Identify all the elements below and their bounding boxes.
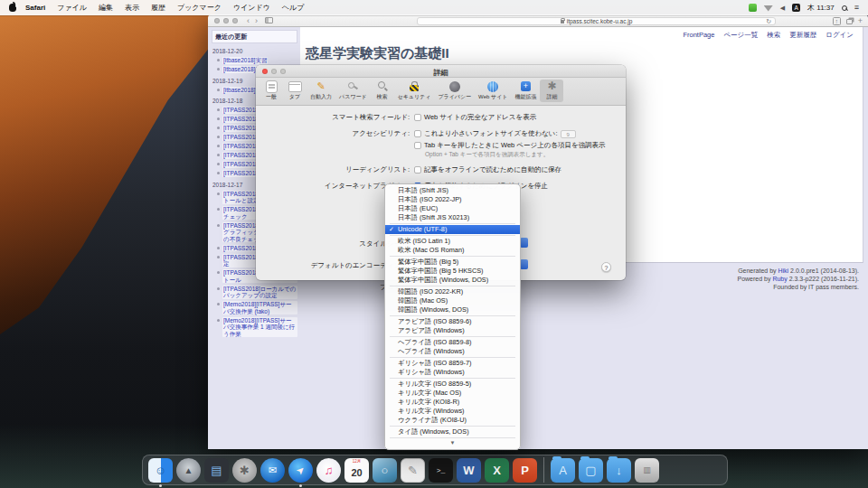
menu-clock[interactable]: 木 11:37: [807, 3, 835, 13]
encoding-menu-item[interactable]: 欧米 (Mac OS Roman): [385, 246, 520, 255]
close-button[interactable]: [214, 18, 220, 23]
status-app-icon[interactable]: [749, 4, 757, 12]
sidebar-entry[interactable]: [Memo2018][ITPASS]サーバ交換作業 (tako): [213, 301, 297, 314]
encoding-menu-item[interactable]: [390, 357, 515, 358]
dock-applications-folder-icon[interactable]: A: [551, 458, 575, 483]
tab-overview-icon[interactable]: [846, 19, 853, 24]
dock-safari-icon[interactable]: ➤: [288, 458, 313, 483]
zoom-button[interactable]: [232, 18, 238, 23]
dock-calendar-icon[interactable]: 12月20: [344, 458, 369, 483]
encoding-menu-item[interactable]: 韓国語 (Windows, DOS): [385, 305, 520, 314]
encoding-menu-item[interactable]: ヘブライ語 (Windows): [385, 347, 520, 356]
menu-item[interactable]: 編集: [99, 3, 113, 13]
new-tab-button[interactable]: +: [858, 16, 863, 25]
encoding-menu-item[interactable]: 繁体字中国語 (Big 5 HKSCS): [385, 267, 520, 276]
menu-item[interactable]: 履歴: [151, 3, 165, 13]
dock-terminal-icon[interactable]: >_: [429, 458, 453, 483]
address-bar[interactable]: itpass.scitec.kobe-u.ac.jp ↻: [417, 17, 776, 26]
encoding-menu-item[interactable]: アラビア語 (ISO 8859-6): [385, 317, 520, 326]
encoding-menu-item[interactable]: [390, 286, 515, 286]
dock-thunderbird-icon[interactable]: ✉: [260, 458, 285, 483]
dock-divider[interactable]: [543, 457, 544, 483]
sidebar-entry[interactable]: [Memo2018][ITPASS]サーバ交換事作業 1 週間後に行う作業: [213, 317, 297, 338]
encoding-menu-item[interactable]: ウクライナ語 (KOI8-U): [385, 416, 520, 425]
menu-item[interactable]: ファイル: [57, 3, 87, 13]
dock-documents-folder-icon[interactable]: ▢: [579, 458, 603, 483]
encoding-menu-item[interactable]: [390, 426, 515, 427]
wifi-icon[interactable]: [764, 5, 773, 12]
prefs-tab-security[interactable]: セキュリティ: [394, 80, 435, 102]
dock-mission-control-icon[interactable]: ▤: [204, 458, 229, 483]
dock-powerpoint-icon[interactable]: P: [513, 458, 537, 483]
encoding-menu-item[interactable]: 韓国語 (Mac OS): [385, 296, 520, 305]
encoding-menu-item[interactable]: 繁体字中国語 (Big 5): [385, 258, 520, 267]
dock-itunes-icon[interactable]: ♫: [316, 458, 341, 483]
help-button[interactable]: ?: [601, 262, 611, 272]
apple-menu-icon[interactable]: [9, 4, 16, 12]
page-nav-link[interactable]: ページ一覧: [723, 31, 758, 40]
sidebar-toggle-icon[interactable]: [265, 17, 273, 23]
tab-highlight-checkbox[interactable]: [414, 142, 421, 149]
encoding-menu-item[interactable]: キリル文字 (Mac OS): [385, 389, 520, 398]
dock-system-preferences-icon[interactable]: ✱: [232, 458, 257, 483]
encoding-menu-item[interactable]: [390, 378, 515, 379]
dock-textedit-icon[interactable]: ✎: [401, 458, 425, 483]
encoding-menu-item[interactable]: ヘブライ語 (ISO 8859-8): [385, 338, 520, 347]
dock-trash-icon[interactable]: ▥: [635, 458, 659, 483]
encoding-menu-item[interactable]: 日本語 (EUC): [385, 204, 520, 213]
font-size-select[interactable]: 9: [561, 130, 576, 138]
prefs-tab-privacy[interactable]: プライバシー: [434, 80, 475, 102]
notification-center-icon[interactable]: ≡: [854, 4, 859, 12]
prefs-tab-autofill[interactable]: 自動入力: [307, 80, 335, 102]
prefs-tab-general[interactable]: 一般: [259, 80, 283, 102]
reload-icon[interactable]: ↻: [766, 18, 771, 25]
encoding-menu-item[interactable]: 日本語 (ISO 2022-JP): [385, 195, 520, 204]
back-button[interactable]: ‹: [247, 16, 250, 25]
dock-downloads-folder-icon[interactable]: ↓: [607, 458, 631, 483]
dock-word-icon[interactable]: W: [457, 458, 481, 483]
encoding-menu-item[interactable]: [390, 315, 515, 316]
share-icon[interactable]: ↑: [833, 17, 841, 25]
encoding-menu-item[interactable]: ギリシャ語 (ISO 8859-7): [385, 359, 520, 368]
encoding-menu-item[interactable]: キリル文字 (KOI8-R): [385, 398, 520, 407]
page-nav-link[interactable]: 検索: [767, 31, 780, 40]
spotlight-icon[interactable]: [842, 5, 847, 11]
menu-item[interactable]: ブックマーク: [177, 3, 222, 13]
encoding-menu-item[interactable]: [390, 256, 515, 257]
menu-item[interactable]: 表示: [125, 3, 139, 13]
encoding-menu-item[interactable]: ギリシャ語 (Windows): [385, 368, 520, 377]
input-source-icon[interactable]: A: [792, 4, 800, 12]
dock-finder-icon[interactable]: ☺: [148, 458, 173, 483]
minimize-button[interactable]: [223, 18, 229, 23]
prefs-tab-search[interactable]: 検索: [371, 80, 394, 102]
encoding-menu-item[interactable]: 韓国語 (ISO 2022-KR): [385, 287, 520, 296]
prefs-tab-tabs[interactable]: タブ: [283, 80, 307, 102]
dock-excel-icon[interactable]: X: [485, 458, 509, 483]
encoding-popup-fragment[interactable]: [520, 259, 528, 269]
encoding-menu-item[interactable]: 欧米 (ISO Latin 1): [385, 237, 520, 246]
forward-button[interactable]: ›: [255, 16, 258, 25]
footer-link[interactable]: Hiki: [778, 267, 789, 274]
encoding-menu-item[interactable]: [390, 223, 515, 224]
prefs-tab-websites[interactable]: Web サイト: [475, 80, 511, 102]
encoding-menu-item[interactable]: キリル文字 (Windows): [385, 407, 520, 416]
encoding-menu-item[interactable]: ▼: [385, 439, 520, 447]
dock-launchpad-icon[interactable]: ▲: [176, 458, 201, 483]
encoding-menu-item[interactable]: 日本語 (Shift JIS): [385, 186, 520, 195]
sidebar-entry[interactable]: 2018-12-20: [212, 48, 297, 55]
prefs-tab-advanced[interactable]: 詳細: [540, 80, 563, 102]
sidebar-entry[interactable]: [itbase2018]実習: [213, 57, 297, 64]
menu-item[interactable]: ヘルプ: [282, 3, 305, 13]
page-nav-link[interactable]: FrontPage: [683, 31, 714, 40]
dock-preview-icon[interactable]: ○: [373, 458, 397, 483]
page-nav-link[interactable]: 更新履歴: [789, 31, 816, 40]
volume-icon[interactable]: ◀: [780, 5, 785, 12]
encoding-menu-item[interactable]: 繁体字中国語 (Windows, DOS): [385, 276, 520, 285]
encoding-menu-item[interactable]: タイ語 (Windows, DOS): [385, 427, 520, 436]
encoding-menu-item[interactable]: [390, 336, 515, 337]
stylesheet-popup-fragment[interactable]: [520, 238, 528, 248]
encoding-menu-item[interactable]: アラビア語 (Windows): [385, 326, 520, 335]
min-font-checkbox[interactable]: [414, 130, 421, 137]
encoding-menu-item[interactable]: ✓Unicode (UTF-8): [385, 225, 520, 234]
encoding-menu-item[interactable]: [390, 235, 515, 236]
